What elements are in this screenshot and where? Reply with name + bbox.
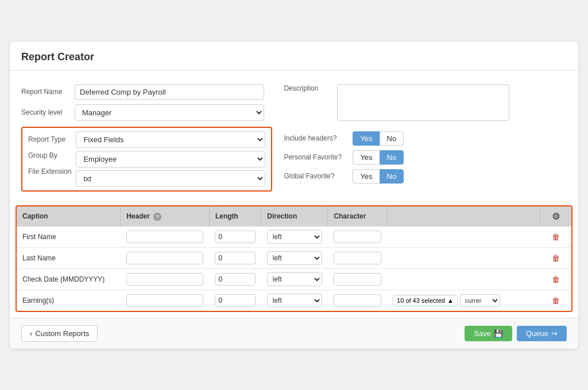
personal-favorite-no[interactable]: No	[380, 150, 404, 165]
row-caption: First Name	[17, 227, 121, 248]
report-name-label: Report Name	[21, 88, 70, 96]
row-character-input[interactable]	[334, 294, 381, 307]
include-headers-toggle[interactable]: Yes No	[353, 131, 404, 146]
col-length: Length	[209, 206, 261, 227]
table-row: First Name leftrightcenter 🗑	[17, 227, 571, 248]
row-direction-select[interactable]: leftrightcenter	[267, 251, 322, 265]
row-header-input[interactable]	[126, 231, 204, 243]
row-header-input[interactable]	[126, 294, 204, 307]
row-direction-select[interactable]: leftrightcenter	[267, 272, 322, 286]
multiselect-button[interactable]: 10 of 43 selected ▲	[393, 295, 458, 306]
col-direction: Direction	[261, 206, 328, 227]
col-character: Character	[328, 206, 387, 227]
multiselect-arrow-icon: ▲	[447, 297, 454, 304]
col-extra	[387, 206, 540, 227]
col-header: Header ?	[121, 206, 210, 227]
queue-icon: ↪	[551, 329, 558, 338]
global-favorite-no[interactable]: No	[380, 169, 404, 184]
row-character-input[interactable]	[334, 273, 381, 286]
file-ext-select[interactable]: txt csv xls	[76, 170, 265, 187]
row-character-input[interactable]	[334, 231, 381, 243]
multiselect-count: 10 of 43 selected	[397, 297, 445, 304]
queue-button-label: Queue	[526, 329, 548, 338]
delete-row-button[interactable]: 🗑	[550, 295, 562, 306]
include-headers-label: Include headers?	[284, 134, 347, 142]
security-level-select[interactable]: Manager	[75, 104, 264, 121]
row-character-input[interactable]	[334, 252, 381, 264]
group-by-label: Group By	[28, 147, 76, 163]
row-length-input[interactable]	[215, 273, 255, 286]
security-level-label: Security level	[21, 108, 70, 116]
delete-row-button[interactable]: 🗑	[550, 252, 562, 264]
currency-select[interactable]: currer dollar	[460, 294, 500, 307]
row-header-input[interactable]	[126, 273, 204, 286]
page-title: Report Creator	[10, 42, 578, 71]
personal-favorite-toggle[interactable]: Yes No	[353, 150, 404, 165]
delete-row-button[interactable]: 🗑	[550, 274, 562, 285]
back-button-label: Custom Reports	[35, 329, 89, 338]
fields-table-wrapper: Caption Header ? Length Direction Charac…	[16, 205, 572, 312]
table-row: Earning(s) leftrightcenter 10 of 43 sele…	[17, 290, 571, 311]
row-header-input[interactable]	[126, 252, 204, 264]
save-button[interactable]: Save 💾	[465, 326, 512, 341]
group-by-select[interactable]: Employee Department	[76, 151, 265, 167]
personal-favorite-label: Personal Favorite?	[284, 153, 347, 161]
report-name-input[interactable]	[75, 84, 264, 100]
include-headers-no[interactable]: No	[380, 131, 404, 146]
table-row: Last Name leftrightcenter 🗑	[17, 247, 571, 268]
row-direction-select[interactable]: leftrightcenter	[267, 294, 322, 307]
include-headers-yes[interactable]: Yes	[353, 131, 379, 146]
queue-button[interactable]: Queue ↪	[517, 326, 567, 341]
delete-row-button[interactable]: 🗑	[550, 231, 562, 243]
global-favorite-label: Global Favorite?	[284, 172, 347, 180]
report-type-select[interactable]: Fixed Fields Variable Fields	[76, 131, 265, 148]
description-label: Description	[284, 84, 332, 92]
col-caption: Caption	[17, 206, 121, 227]
gear-icon[interactable]: ⚙	[552, 212, 560, 221]
global-favorite-yes[interactable]: Yes	[353, 169, 379, 184]
row-length-input[interactable]	[215, 294, 255, 307]
global-favorite-toggle[interactable]: Yes No	[353, 169, 404, 184]
personal-favorite-yes[interactable]: Yes	[353, 150, 379, 165]
row-length-input[interactable]	[215, 252, 255, 264]
row-caption: Last Name	[17, 247, 121, 268]
file-ext-label: File Extension	[28, 163, 76, 180]
footer: ‹ Custom Reports Save 💾 Queue ↪	[10, 318, 578, 349]
save-icon: 💾	[494, 329, 503, 338]
table-row: Check Date (MMDDYYYY) leftrightcenter 🗑	[17, 268, 571, 290]
back-button[interactable]: ‹ Custom Reports	[21, 325, 98, 342]
description-textarea[interactable]	[337, 84, 509, 121]
header-info-icon[interactable]: ?	[153, 213, 161, 221]
row-caption: Check Date (MMDDYYYY)	[17, 268, 121, 290]
row-length-input[interactable]	[215, 231, 255, 243]
save-button-label: Save	[474, 329, 491, 338]
row-direction-select[interactable]: leftrightcenter	[267, 230, 322, 244]
back-arrow-icon: ‹	[30, 329, 32, 338]
fields-table: Caption Header ? Length Direction Charac…	[17, 206, 571, 311]
col-gear: ⚙	[540, 206, 571, 227]
report-type-label: Report Type	[28, 131, 76, 147]
row-caption: Earning(s)	[17, 290, 121, 311]
